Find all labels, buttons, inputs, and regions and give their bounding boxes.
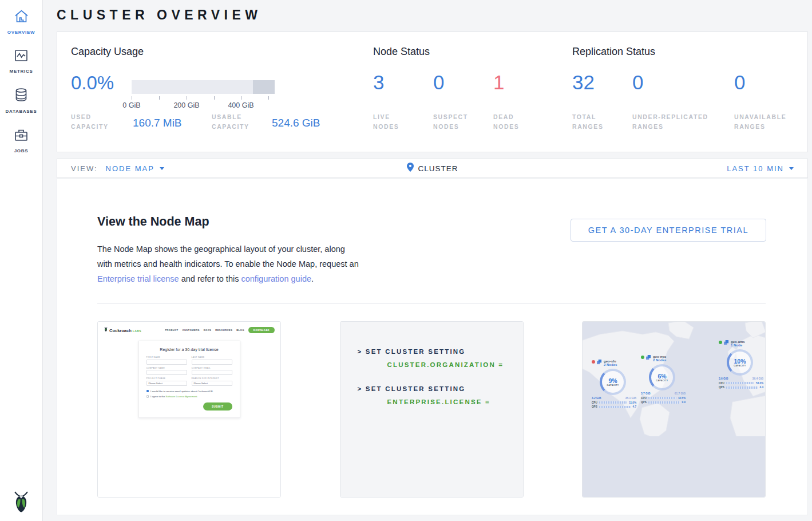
chevron-down-icon [160,167,164,170]
metrics-icon [14,49,29,65]
total-ranges-label: TOTALRANGES [572,112,604,132]
map-locality: geo-nyc2 Nodes 6%CAPACITY 3.7 GiB61.7 Gi… [641,355,694,404]
step3-node-map-preview: geo-sfo2 Nodes 9%CAPACITY 3.2 GiB35.1 Gi… [583,322,765,497]
nodes-icon [724,340,729,345]
submit-pill: SUBMIT [203,402,232,411]
status-dot-red [592,360,595,364]
enterprise-trial-license-link[interactable]: Enterprise trial license [97,274,179,283]
sql-command: > SET CLUSTER SETTING [358,385,523,392]
step2-code-block: > SET CLUSTER SETTING CLUSTER.ORGANIZATI… [340,322,523,497]
dead-nodes-label: DEADNODES [493,112,519,132]
checkbox-icon [146,395,149,398]
sidebar-item-metrics[interactable]: METRICS [0,40,42,78]
step1-caption: Step 1: Get a trial license delivered st… [98,497,280,498]
usable-capacity-label: USABLECAPACITY [212,112,249,132]
cluster-summary-card: Capacity Usage 0.0% 0 GiB 200 GiB 400 Gi… [57,31,808,152]
briefcase-icon [14,128,29,144]
bug-icon [104,326,108,332]
step2-card: > SET CLUSTER SETTING CLUSTER.ORGANIZATI… [340,321,524,498]
status-dot-green [641,356,644,359]
divider [97,303,766,304]
time-range-value: LAST 10 MIN [727,164,784,173]
panel-heading: View the Node Map [97,215,209,229]
under-replicated-ranges-count: 0 [632,71,643,94]
cockroach-labs-wordmark: Cockroach LABS [104,326,141,333]
time-range-dropdown[interactable]: LAST 10 MIN [727,164,794,173]
sidebar-item-label: JOBS [14,148,29,153]
live-nodes-label: LIVENODES [373,112,399,132]
node-status-section: Node Status 3 0 1 LIVENODES SUSPECTNODES… [373,32,572,152]
suspect-nodes-label: SUSPECTNODES [433,112,468,132]
view-selector-value: NODE MAP [106,164,155,173]
map-locality: geo-ams1 Node 10%CAPACITY 3.6 GiB36.4 Gi… [719,340,765,389]
usable-capacity-value: 524.6 GiB [272,117,320,129]
status-dot-green [719,341,722,344]
form-title: Register for a 30-day trial license [146,348,232,352]
capacity-axis-tick: 0 GiB [122,101,140,109]
database-icon [14,88,28,105]
capacity-percent: 0.0% [71,72,114,94]
view-toolbar: VIEW: NODE MAP CLUSTER LAST 10 MIN [57,159,808,178]
node-map-panel: View the Node Map The Node Map shows the… [57,178,808,515]
sidebar: OVERVIEW METRICS DATABASES [0,0,43,521]
capacity-usage-title: Capacity Usage [71,46,144,58]
node-status-title: Node Status [373,46,430,58]
under-replicated-ranges-label: UNDER-REPLICATEDRANGES [632,112,708,132]
sidebar-item-label: METRICS [10,69,33,74]
trial-registration-form: Register for a 30-day trial license FIRS… [138,341,240,418]
chevron-down-icon [789,167,794,170]
sidebar-item-jobs[interactable]: JOBS [0,119,42,158]
view-label: VIEW: [71,164,98,173]
cockroach-labs-logo [0,490,42,514]
enterprise-trial-button[interactable]: GET A 30-DAY ENTERPRISE TRIAL [571,219,766,242]
capacity-bar: 0 GiB 200 GiB 400 GiB [132,80,275,94]
home-icon [14,9,29,26]
step1-screenshot: Cockroach LABS PRODUCT CUSTOMERS DOCS RE… [98,322,280,497]
configuration-guide-link[interactable]: configuration guide [241,274,311,283]
download-pill: DOWNLOAD [248,327,275,333]
map-pin-icon [406,163,413,174]
used-capacity-value: 160.7 MiB [133,117,182,129]
step1-card: Cockroach LABS PRODUCT CUSTOMERS DOCS RE… [97,321,281,498]
replication-status-section: Replication Status 32 0 0 TOTALRANGES UN… [572,32,809,152]
used-capacity-label: USEDCAPACITY [71,112,109,132]
unavailable-ranges-label: UNAVAILABLERANGES [734,112,786,132]
nodes-icon [597,360,602,365]
sql-setting: ENTERPRISE.LICENSE = [387,398,523,405]
capacity-usage-section: Capacity Usage 0.0% 0 GiB 200 GiB 400 Gi… [71,32,373,152]
live-nodes-count: 3 [373,71,384,94]
panel-description: The Node Map shows the geographical layo… [97,242,362,286]
capacity-bar-reserved-segment [253,80,275,94]
breadcrumb: CLUSTER [406,163,458,174]
step2-caption: Step 2: Activate the trial license with … [340,497,523,498]
breadcrumb-cluster-label: CLUSTER [418,164,458,173]
capacity-axis-tick: 200 GiB [173,101,199,109]
sidebar-item-label: DATABASES [6,109,37,114]
sql-setting: CLUSTER.ORGANIZATION = [387,361,523,368]
site-nav: PRODUCT CUSTOMERS DOCS RESOURCES BLOG DO… [165,327,275,333]
steps-row: Cockroach LABS PRODUCT CUSTOMERS DOCS RE… [97,321,766,498]
total-ranges-count: 32 [572,71,595,94]
suspect-nodes-count: 0 [433,71,444,94]
sql-command: > SET CLUSTER SETTING [358,348,523,355]
dead-nodes-count: 1 [493,71,504,94]
view-selector-dropdown[interactable]: NODE MAP [106,164,164,173]
sidebar-item-databases[interactable]: DATABASES [0,78,42,119]
unavailable-ranges-count: 0 [734,71,745,94]
content-area: CLUSTER OVERVIEW Capacity Usage 0.0% 0 G… [43,0,812,521]
step3-card: geo-sfo2 Nodes 9%CAPACITY 3.2 GiB35.1 Gi… [582,321,766,498]
nodes-icon [646,355,651,360]
map-locality: geo-sfo2 Nodes 9%CAPACITY 3.2 GiB35.1 Gi… [592,360,644,408]
sidebar-item-label: OVERVIEW [7,30,35,35]
page-title: CLUSTER OVERVIEW [57,7,262,23]
capacity-axis-tick: 400 GiB [228,101,253,109]
checkbox-checked-icon [146,390,149,393]
step3-caption: Step 3: Refer this configuration guide t… [583,497,765,498]
sidebar-item-overview[interactable]: OVERVIEW [0,0,42,40]
replication-status-title: Replication Status [572,46,655,58]
